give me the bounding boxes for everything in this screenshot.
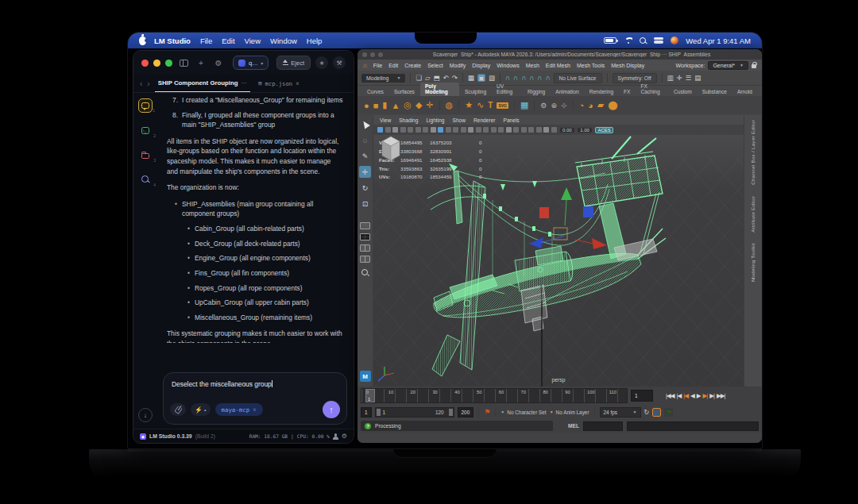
viewport-toolbar-icon[interactable]	[453, 127, 458, 133]
wifi-icon[interactable]	[624, 37, 632, 44]
new-scene-icon[interactable]: ❏	[415, 74, 422, 82]
viewport-toolbar-icon[interactable]	[415, 127, 421, 133]
status-app-icon[interactable]	[671, 37, 678, 44]
minimize-button[interactable]	[370, 52, 375, 57]
attach-file-button[interactable]	[170, 403, 186, 416]
shelf-tab-custom[interactable]: Custom	[669, 88, 697, 96]
chat-input[interactable]: Deselect the miscellaneous group ⚡▴ maya…	[163, 372, 347, 425]
select-tool[interactable]	[359, 118, 371, 130]
play-forwards-button[interactable]: ▶	[697, 392, 701, 399]
menu-edit[interactable]: Edit	[388, 63, 398, 68]
eject-model-button[interactable]: Eject	[276, 56, 311, 70]
set-key-icon[interactable]: ⚑	[484, 408, 490, 416]
downloads-button[interactable]: ↓	[138, 408, 153, 422]
poly-torus-icon[interactable]: ◎	[404, 100, 412, 110]
menu-create[interactable]: Create	[404, 63, 421, 68]
boolean-union-icon[interactable]: ◔	[579, 101, 585, 110]
viewport-toolbar-icon[interactable]	[498, 127, 504, 133]
type-tool-icon[interactable]: T	[488, 101, 493, 110]
tab-channel-box[interactable]: Channel Box / Layer Editor	[750, 120, 756, 185]
menu-item-view[interactable]: View	[245, 37, 261, 45]
shelf-tab-poly-modeling[interactable]: Poly Modeling	[420, 83, 459, 96]
menu-display[interactable]: Display	[472, 63, 490, 68]
spotlight-search-icon[interactable]	[640, 37, 647, 44]
shelf-tab-fx[interactable]: FX	[619, 88, 635, 96]
shelf-tab-rigging[interactable]: Rigging	[523, 88, 550, 96]
undo-icon[interactable]: ↶	[443, 74, 449, 82]
range-start-handle[interactable]	[377, 409, 381, 416]
live-surface-field[interactable]: No Live Surface	[554, 73, 602, 83]
snap-projected-icon[interactable]: ∩	[529, 74, 534, 82]
remove-mcp-icon[interactable]: ×	[253, 406, 257, 414]
save-scene-icon[interactable]: ⬒	[434, 74, 440, 82]
notifications-button[interactable]: ∗	[315, 56, 328, 69]
user-account-icon[interactable]	[333, 433, 338, 439]
menu-modify[interactable]: Modify	[450, 63, 466, 68]
layout-single-pane[interactable]	[360, 222, 370, 229]
shelf-tab-curves[interactable]: Curves	[362, 88, 388, 96]
mel-input[interactable]	[583, 421, 623, 431]
scale-tool[interactable]: ⊡	[359, 198, 371, 210]
snap-grid-icon[interactable]: ∩	[505, 74, 510, 82]
viewport-toolbar-icon[interactable]	[446, 127, 451, 133]
nav-back-icon[interactable]: ‹	[140, 79, 142, 88]
loop-playback-icon[interactable]: ↻	[644, 409, 650, 416]
step-forward-key-button[interactable]: ▶|	[702, 392, 707, 399]
panel-menu-view[interactable]: View	[380, 117, 391, 123]
combine-icon[interactable]: ▰	[597, 100, 604, 110]
menu-edit-mesh[interactable]: Edit Mesh	[546, 63, 570, 68]
layout-outliner-pane[interactable]	[360, 256, 370, 263]
toolbox-display-icon[interactable]: ☰	[686, 74, 692, 82]
close-tab-icon[interactable]: ×	[296, 80, 300, 87]
colorspace-badge[interactable]: ACES	[595, 127, 613, 133]
panel-menu-lighting[interactable]: Lighting	[426, 117, 444, 123]
poly-cube-icon[interactable]: ■	[373, 101, 379, 110]
exposure-field[interactable]: 0.00	[560, 128, 574, 133]
viewport-toolbar-icon[interactable]	[400, 127, 406, 133]
viewport-toolbar-icon[interactable]	[438, 127, 443, 133]
render-settings-icon[interactable]: ▥	[667, 74, 674, 82]
step-forward-frame-button[interactable]: ▶|	[709, 392, 714, 399]
viewport-toolbar-icon[interactable]	[536, 127, 542, 133]
menu-mesh-tools[interactable]: Mesh Tools	[577, 63, 605, 68]
shelf-tab-rendering[interactable]: Rendering	[585, 88, 618, 96]
tab-options-icon[interactable]: ⋯	[241, 79, 247, 87]
home-icon[interactable]: ⌂	[363, 62, 367, 69]
close-button[interactable]	[362, 52, 367, 57]
settings-gear-icon[interactable]: ⚙	[342, 433, 347, 440]
viewport-toolbar-icon[interactable]	[506, 127, 512, 133]
redo-icon[interactable]: ↷	[452, 74, 458, 82]
menu-file[interactable]: File	[373, 63, 382, 68]
mcp-badge[interactable]: maya-mcp ×	[215, 403, 263, 416]
modeling-toolkit-badge[interactable]: M	[360, 371, 371, 382]
shelf-tab-uv-editing[interactable]: UV Editing	[492, 83, 522, 96]
joint-tool-icon[interactable]: ⚙	[540, 102, 547, 110]
tab-mcp-json[interactable]: ▤ mcp.json ×	[255, 75, 303, 92]
settings-gear-icon[interactable]: ⚙	[212, 56, 225, 69]
zoom-button[interactable]	[378, 52, 383, 57]
battery-icon[interactable]	[604, 37, 616, 44]
boolean-difference-icon[interactable]: ◕	[588, 101, 593, 110]
menu-set-dropdown[interactable]: Modeling▼	[361, 74, 405, 83]
menubar-clock[interactable]: Wed Apr 1 9:41 AM	[686, 37, 751, 45]
super-shape-icon[interactable]: ★	[465, 100, 473, 110]
menu-select[interactable]: Select	[427, 63, 443, 68]
new-chat-button[interactable]: +	[195, 56, 207, 69]
poly-plane-icon[interactable]: ◆	[415, 100, 422, 110]
zoom-select-tool[interactable]	[359, 267, 371, 279]
snap-curve-icon[interactable]: ∩	[513, 74, 518, 82]
menu-mesh[interactable]: Mesh	[526, 63, 539, 68]
menu-item-help[interactable]: Help	[307, 37, 323, 45]
animation-end-field[interactable]: 200	[458, 407, 474, 417]
preferences-button[interactable]	[664, 408, 673, 417]
developer-tools-button[interactable]: ⚒	[333, 56, 346, 69]
plugins-button[interactable]: ⚡▴	[191, 403, 211, 416]
viewport-toolbar-icon[interactable]	[377, 127, 383, 133]
menu-mesh-display[interactable]: Mesh Display	[611, 63, 644, 68]
viewport-toolbar-icon[interactable]	[423, 127, 428, 133]
viewport-toolbar-icon[interactable]	[528, 127, 534, 133]
poly-disc-icon[interactable]: ✛	[426, 100, 433, 110]
sidebar-item-chat[interactable]: 1	[138, 98, 153, 113]
ik-handle-icon[interactable]: ⊕	[551, 102, 557, 110]
gamma-field[interactable]: 1.00	[578, 128, 592, 133]
